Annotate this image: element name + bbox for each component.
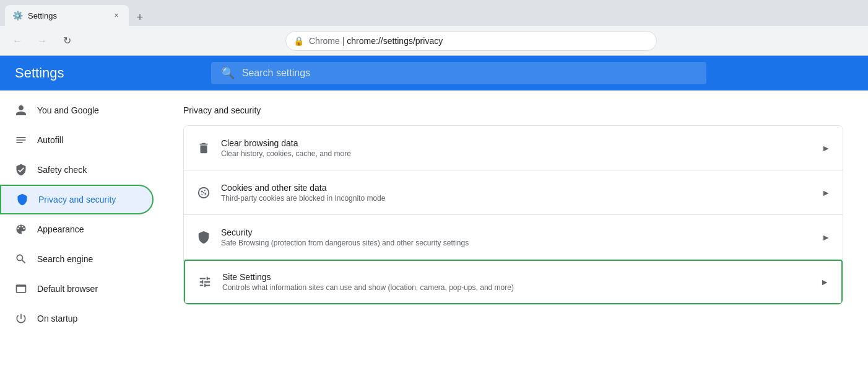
site-settings-content: Site Settings Controls what information … — [222, 272, 810, 292]
lock-icon: 🔒 — [293, 36, 304, 46]
sidebar-item-default-browser[interactable]: Default browser — [0, 274, 154, 304]
shield-check-icon — [15, 164, 27, 176]
svg-point-4 — [204, 193, 206, 195]
address-bar: ← → ↻ 🔒 Chrome | chrome://settings/priva… — [0, 26, 868, 56]
sidebar-label-on-startup: On startup — [37, 314, 77, 323]
url-bar[interactable]: 🔒 Chrome | chrome://settings/privacy — [285, 31, 657, 51]
active-tab[interactable]: ⚙️ Settings × — [5, 5, 129, 26]
search-input[interactable] — [242, 68, 697, 79]
search-bar[interactable]: 🔍 — [211, 62, 706, 84]
cookies-desc: Third-party cookies are blocked in Incog… — [221, 194, 812, 203]
clear-browsing-desc: Clear history, cookies, cache, and more — [221, 149, 812, 158]
chevron-right-icon-3: ► — [822, 232, 830, 242]
sidebar-item-privacy-and-security[interactable]: Privacy and security — [0, 185, 154, 214]
forward-button[interactable]: → — [32, 31, 52, 51]
settings-app-title: Settings — [15, 65, 64, 81]
sidebar-item-safety-check[interactable]: Safety check — [0, 155, 154, 185]
trash-icon — [196, 141, 211, 156]
url-origin: Chrome | — [309, 36, 344, 46]
section-title: Privacy and security — [183, 105, 843, 115]
sidebar-label-default-browser: Default browser — [37, 284, 98, 294]
chevron-right-icon: ► — [822, 143, 830, 153]
clear-browsing-title: Clear browsing data — [221, 138, 812, 148]
security-content: Security Safe Browsing (protection from … — [221, 227, 812, 247]
clear-browsing-content: Clear browsing data Clear history, cooki… — [221, 138, 812, 158]
privacy-shield-icon — [16, 193, 28, 206]
tab-bar: ⚙️ Settings × + — [0, 0, 868, 26]
power-icon — [15, 312, 27, 325]
settings-item-cookies[interactable]: Cookies and other site data Third-party … — [184, 170, 843, 215]
tab-favicon: ⚙️ — [12, 11, 23, 20]
sidebar-item-on-startup[interactable]: On startup — [0, 304, 154, 333]
security-title: Security — [221, 227, 812, 237]
settings-app: Settings 🔍 You and Google Autofill — [0, 56, 868, 365]
settings-item-clear-browsing-data[interactable]: Clear browsing data Clear history, cooki… — [184, 126, 843, 170]
browser-icon — [15, 283, 27, 295]
chevron-right-icon-2: ► — [822, 188, 830, 198]
security-icon — [196, 230, 211, 245]
search-bar-wrapper: 🔍 — [64, 62, 854, 84]
sidebar-label-appearance: Appearance — [37, 224, 84, 234]
person-icon — [15, 104, 27, 117]
main-panel: Privacy and security Clear browsing data… — [158, 90, 868, 365]
sidebar-label-safety-check: Safety check — [37, 165, 87, 175]
tab-close-button[interactable]: × — [111, 11, 121, 20]
sidebar-label-search-engine: Search engine — [37, 254, 93, 264]
search-icon: 🔍 — [221, 66, 235, 80]
cookie-icon — [196, 185, 211, 200]
sidebar-item-search-engine[interactable]: Search engine — [0, 244, 154, 274]
settings-list: Clear browsing data Clear history, cooki… — [183, 125, 843, 305]
sidebar-label-privacy-and-security: Privacy and security — [38, 195, 116, 204]
tab-title: Settings — [28, 11, 106, 20]
settings-item-site-settings[interactable]: Site Settings Controls what information … — [184, 260, 843, 304]
svg-point-6 — [203, 192, 204, 193]
browser-chrome: ⚙️ Settings × + ← → ↻ 🔒 Chrome | chrome:… — [0, 0, 868, 56]
settings-header: Settings 🔍 — [0, 56, 868, 90]
url-text: Chrome | chrome://settings/privacy — [309, 36, 443, 46]
reload-button[interactable]: ↻ — [57, 31, 77, 51]
settings-body: You and Google Autofill Safety check Pri… — [0, 90, 868, 365]
sliders-icon — [197, 275, 212, 289]
url-path: chrome://settings/privacy — [347, 36, 443, 46]
svg-point-5 — [201, 193, 202, 195]
site-settings-title: Site Settings — [222, 272, 810, 282]
autofill-icon — [15, 134, 27, 146]
svg-point-3 — [204, 190, 206, 191]
chevron-right-icon-4: ► — [820, 277, 829, 287]
sidebar-item-appearance[interactable]: Appearance — [0, 214, 154, 244]
settings-item-security[interactable]: Security Safe Browsing (protection from … — [184, 215, 843, 260]
new-tab-button[interactable]: + — [131, 9, 149, 26]
site-settings-desc: Controls what information sites can use … — [222, 283, 810, 292]
cookies-title: Cookies and other site data — [221, 183, 812, 193]
sidebar-label-you-and-google: You and Google — [37, 105, 99, 115]
search-engine-icon — [15, 253, 27, 265]
palette-icon — [15, 223, 27, 235]
sidebar-item-you-and-google[interactable]: You and Google — [0, 95, 154, 125]
sidebar-label-autofill: Autofill — [37, 135, 63, 145]
security-desc: Safe Browsing (protection from dangerous… — [221, 239, 812, 247]
sidebar-item-autofill[interactable]: Autofill — [0, 125, 154, 155]
svg-point-2 — [201, 190, 203, 192]
cookies-content: Cookies and other site data Third-party … — [221, 183, 812, 203]
back-button[interactable]: ← — [7, 31, 27, 51]
sidebar: You and Google Autofill Safety check Pri… — [0, 90, 158, 365]
